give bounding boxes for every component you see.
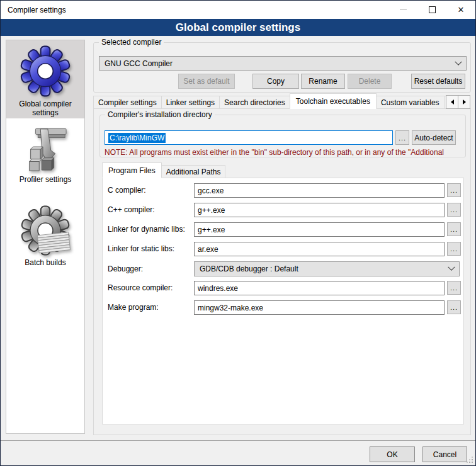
make-program-browse-button[interactable]: ...	[447, 300, 461, 314]
linker-static-label: Linker for static libs:	[108, 244, 193, 253]
arrow-right-icon	[463, 99, 466, 105]
resource-compiler-browse-button[interactable]: ...	[447, 281, 461, 295]
linker-static-input[interactable]: ar.exe	[194, 242, 445, 256]
linker-dynamic-browse-button[interactable]: ...	[447, 222, 461, 236]
tab-scroll-right-button[interactable]	[458, 95, 470, 109]
sidebar-item-batch-builds[interactable]: Batch builds	[6, 205, 84, 272]
blue-gear-icon	[20, 45, 71, 97]
make-program-label: Make program:	[108, 303, 193, 312]
linker-dynamic-input[interactable]: g++.exe	[194, 222, 445, 237]
tab-program-files[interactable]: Program Files	[102, 162, 162, 178]
debugger-select-value: GDB/CDB debugger : Default	[200, 264, 298, 273]
window-title: Compiler settings	[1, 6, 66, 14]
sidebar-item-global-compiler-settings[interactable]: Global compiler settings	[6, 40, 84, 118]
compiler-select-value: GNU GCC Compiler	[105, 59, 173, 68]
page-title: Global compiler settings	[176, 21, 300, 34]
rename-button[interactable]: Rename	[301, 74, 345, 89]
c-compiler-input[interactable]: gcc.exe	[194, 183, 445, 198]
linker-dynamic-label: Linker for dynamic libs:	[108, 225, 193, 234]
compiler-settings-dialog: Compiler settings ✕ Global compiler sett…	[0, 0, 476, 466]
maximize-icon	[429, 6, 436, 13]
gray-gear-stack-icon	[20, 205, 71, 256]
sidebar-item-label: Batch builds	[6, 256, 84, 272]
resize-grip[interactable]	[465, 455, 473, 463]
minimize-icon	[400, 9, 407, 10]
tab-scroll-arrows	[446, 95, 470, 109]
tab-toolchain-executables[interactable]: Toolchain executables	[290, 93, 377, 109]
titlebar[interactable]: Compiler settings ✕	[1, 1, 475, 19]
linker-static-browse-button[interactable]: ...	[447, 242, 461, 256]
chevron-down-icon	[448, 264, 455, 271]
settings-category-list: Global compiler settings	[6, 40, 85, 434]
tab-compiler-settings[interactable]: Compiler settings	[93, 96, 162, 109]
sidebar-item-label: Global compiler settings	[6, 97, 84, 122]
bin-subdirectory-note: NOTE: All programs must exist either in …	[105, 148, 463, 157]
resource-compiler-label: Resource compiler:	[108, 283, 193, 292]
program-tabs: Program Files Additional Paths	[102, 162, 225, 178]
chevron-down-icon	[455, 58, 462, 65]
cpp-compiler-browse-button[interactable]: ...	[447, 203, 461, 217]
window-maximize-button[interactable]	[417, 1, 446, 19]
arrow-left-icon	[451, 99, 454, 105]
resource-compiler-input[interactable]: windres.exe	[194, 281, 445, 295]
debugger-select[interactable]: GDB/CDB debugger : Default	[194, 261, 460, 276]
window-close-button[interactable]: ✕	[446, 1, 475, 19]
installation-directory-group: Compiler's installation directory C:\ray…	[99, 115, 466, 157]
cpp-compiler-input[interactable]: g++.exe	[194, 203, 445, 217]
tab-custom-variables[interactable]: Custom variables	[376, 96, 445, 109]
installation-directory-legend: Compiler's installation directory	[105, 110, 215, 119]
reset-defaults-button[interactable]: Reset defaults	[411, 74, 465, 89]
cpp-compiler-label: C++ compiler:	[108, 205, 193, 214]
compiler-select[interactable]: GNU GCC Compiler	[99, 56, 467, 71]
dialog-header: Global compiler settings	[1, 19, 475, 36]
window-minimize-button[interactable]	[388, 1, 417, 19]
ok-button[interactable]: OK	[370, 446, 415, 462]
auto-detect-button[interactable]: Auto-detect	[412, 130, 456, 145]
toolchain-executables-page: Compiler's installation directory C:\ray…	[93, 108, 471, 435]
installation-directory-input[interactable]: C:\raylib\MinGW	[105, 130, 393, 145]
sidebar-item-label: Profiler settings	[6, 173, 84, 189]
selected-compiler-legend: Selected compiler	[99, 38, 164, 47]
close-icon: ✕	[458, 6, 465, 14]
c-compiler-label: C compiler:	[108, 186, 193, 195]
tab-scroll-left-button[interactable]	[446, 95, 458, 109]
compiler-tabs: Compiler settings Linker settings Search…	[93, 93, 463, 109]
installation-directory-value: C:\raylib\MinGW	[108, 133, 166, 143]
set-as-default-button[interactable]: Set as default	[178, 74, 235, 89]
window-controls: ✕	[388, 1, 475, 19]
delete-button[interactable]: Delete	[348, 74, 392, 89]
program-files-page: C compiler: gcc.exe ... C++ compiler: g+…	[102, 178, 464, 424]
tab-additional-paths[interactable]: Additional Paths	[161, 165, 226, 178]
caliper-icon	[22, 126, 69, 173]
make-program-input[interactable]: mingw32-make.exe	[194, 300, 445, 315]
sidebar-item-profiler-settings[interactable]: Profiler settings	[6, 126, 84, 189]
cancel-button[interactable]: Cancel	[422, 446, 467, 462]
c-compiler-browse-button[interactable]: ...	[447, 183, 461, 197]
tab-linker-settings[interactable]: Linker settings	[161, 96, 220, 109]
debugger-label: Debugger:	[108, 264, 193, 273]
browse-directory-button[interactable]: ...	[395, 130, 409, 145]
tab-search-directories[interactable]: Search directories	[219, 96, 290, 109]
copy-button[interactable]: Copy	[252, 74, 299, 89]
footer-divider	[1, 440, 475, 441]
selected-compiler-group: Selected compiler GNU GCC Compiler Set a…	[93, 42, 471, 93]
